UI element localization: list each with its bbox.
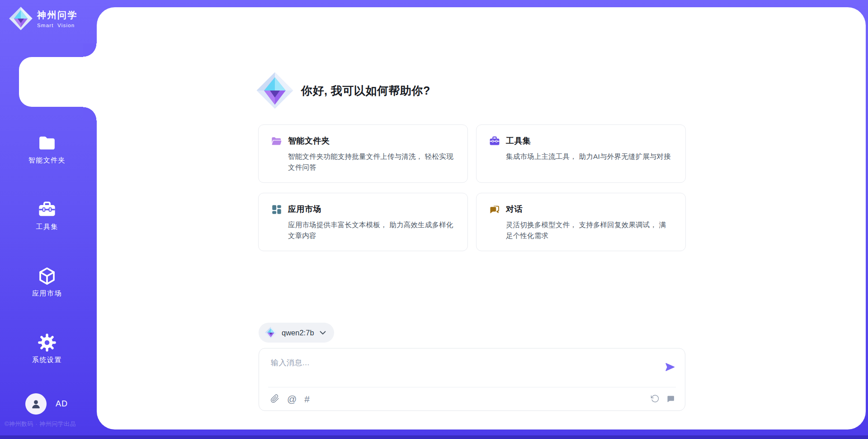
sidebar: 神州问学 Smart Vision 对话 智能文件夹 工具集 应用市场 系统设置…: [0, 0, 97, 439]
bottom-edge-strip: [0, 435, 868, 439]
send-icon: [664, 361, 676, 373]
card-title: 智能文件夹: [288, 135, 455, 146]
brand-text: 神州问学 Smart Vision: [37, 9, 78, 28]
brand-logo-icon: [8, 6, 33, 31]
model-selector[interactable]: qwen2:7b: [259, 323, 334, 343]
hash-icon[interactable]: #: [304, 394, 310, 404]
chat-bubbles-icon: [37, 62, 57, 82]
card-title: 工具集: [506, 135, 673, 146]
brand-subtitle: Smart Vision: [37, 23, 78, 28]
main-panel: 你好, 我可以如何帮助你? 智能文件夹 智能文件夹功能支持批量文件上传与清洗， …: [97, 7, 866, 429]
composer-toolbar: @#: [259, 387, 685, 410]
grid-icon: [271, 204, 288, 215]
sidebar-item-label: 工具集: [0, 223, 94, 231]
folder-open-icon: [271, 135, 288, 147]
card-description: 集成市场上主流工具， 助力AI与外界无缝扩展与对接: [506, 151, 673, 162]
card-smart-folder[interactable]: 智能文件夹 智能文件夹功能支持批量文件上传与清洗， 轻松实现文件问答: [258, 124, 468, 183]
assistant-logo-icon: [255, 71, 295, 110]
chat-bubble-icon[interactable]: [666, 394, 675, 403]
card-title: 对话: [506, 204, 673, 215]
chevron-down-icon: [320, 331, 326, 335]
model-name: qwen2:7b: [282, 329, 314, 337]
sidebar-item-label: 对话: [0, 86, 94, 94]
brand-name: 神州问学: [37, 9, 78, 21]
sidebar-item-settings[interactable]: 系统设置: [0, 333, 94, 364]
history-icon[interactable]: [651, 394, 660, 403]
cube-icon: [37, 266, 57, 286]
briefcase-icon: [37, 200, 57, 220]
tab-flare-top: [83, 43, 97, 57]
composer: @#: [259, 348, 685, 411]
sidebar-item-app-market[interactable]: 应用市场: [0, 266, 94, 298]
card-chat[interactable]: 对话 灵活切换多模型文件， 支持多样回复效果调试， 满足个性化需求: [476, 193, 686, 251]
app-window: 你好, 我可以如何帮助你? 智能文件夹 智能文件夹功能支持批量文件上传与清洗， …: [0, 0, 868, 439]
card-description: 智能文件夹功能支持批量文件上传与清洗， 轻松实现文件问答: [288, 151, 455, 173]
briefcase-icon: [489, 135, 506, 147]
model-logo-icon: [264, 326, 277, 339]
gear-icon: [37, 333, 57, 353]
footer-credit: ©神州数码 · 神州问学出品: [5, 420, 99, 428]
card-app-market[interactable]: 应用市场 应用市场提供丰富长文本模板， 助力高效生成多样化文章内容: [258, 193, 468, 251]
user-icon: [30, 398, 42, 410]
card-description: 应用市场提供丰富长文本模板， 助力高效生成多样化文章内容: [288, 220, 455, 241]
sidebar-item-label: 智能文件夹: [0, 156, 94, 165]
card-toolset[interactable]: 工具集 集成市场上主流工具， 助力AI与外界无缝扩展与对接: [476, 124, 686, 183]
folder-icon: [37, 133, 57, 153]
user-profile[interactable]: AD: [25, 393, 68, 415]
greeting: 你好, 我可以如何帮助你?: [255, 71, 430, 110]
paperclip-icon[interactable]: [270, 394, 279, 403]
user-label: AD: [56, 399, 68, 409]
greeting-text: 你好, 我可以如何帮助你?: [301, 83, 430, 98]
sidebar-item-label: 系统设置: [0, 356, 94, 364]
sidebar-item-chat[interactable]: 对话: [0, 62, 94, 94]
tab-flare-bottom: [83, 107, 97, 120]
chat-bubbles-icon: [489, 204, 506, 215]
sidebar-item-smart-folder[interactable]: 智能文件夹: [0, 133, 94, 165]
avatar[interactable]: [25, 393, 47, 415]
card-description: 灵活切换多模型文件， 支持多样回复效果调试， 满足个性化需求: [506, 220, 673, 241]
feature-cards: 智能文件夹 智能文件夹功能支持批量文件上传与清洗， 轻松实现文件问答 工具集 集…: [258, 124, 686, 251]
brand: 神州问学 Smart Vision: [8, 6, 78, 31]
send-button[interactable]: [664, 361, 676, 373]
composer-left-tools: @#: [270, 394, 310, 404]
sidebar-item-toolset[interactable]: 工具集: [0, 200, 94, 231]
message-input[interactable]: [259, 348, 643, 384]
at-sign-icon[interactable]: @: [287, 394, 297, 404]
sidebar-item-label: 应用市场: [0, 289, 94, 298]
composer-right-tools: [651, 394, 675, 403]
card-title: 应用市场: [288, 204, 455, 215]
